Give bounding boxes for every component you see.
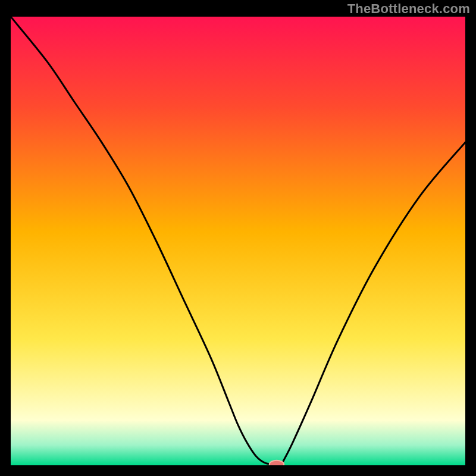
watermark-text: TheBottleneck.com: [347, 1, 470, 17]
chart-svg: [11, 17, 465, 465]
plot-area: [11, 17, 465, 465]
gradient-background: [11, 17, 465, 465]
minimum-marker: [270, 461, 284, 465]
chart-frame: TheBottleneck.com: [0, 0, 476, 476]
